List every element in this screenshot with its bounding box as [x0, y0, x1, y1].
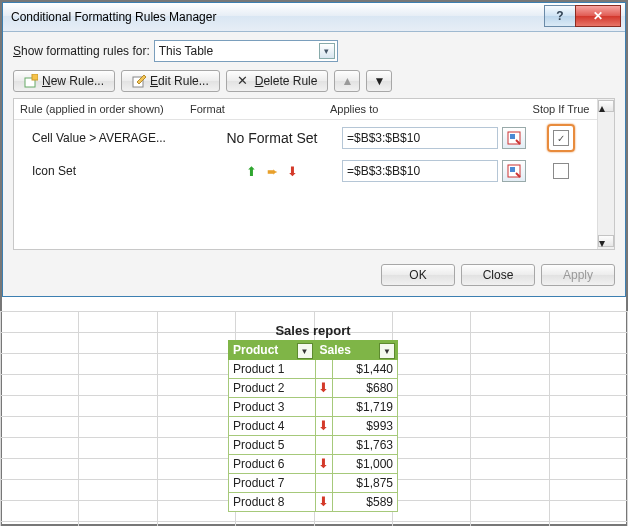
- arrow-down-icon: ⬇: [287, 165, 298, 178]
- col-stop-header: Stop If True: [526, 103, 596, 115]
- apply-button[interactable]: Apply: [541, 264, 615, 286]
- table-row[interactable]: Product 2⬇$680: [229, 379, 398, 398]
- rules-panel: Rule (applied in order shown) Format App…: [13, 98, 615, 250]
- cell-product[interactable]: Product 2: [229, 379, 316, 398]
- arrow-down-icon: ⬇: [318, 495, 329, 508]
- chevron-down-icon: ▾: [319, 43, 335, 59]
- new-rule-icon: [24, 74, 38, 88]
- cell-icon: [315, 398, 332, 417]
- help-button[interactable]: ?: [544, 5, 576, 27]
- table-row[interactable]: Product 5$1,763: [229, 436, 398, 455]
- cell-icon: [315, 360, 332, 379]
- rule-name: Icon Set: [20, 164, 202, 178]
- col-format-header: Format: [190, 103, 330, 115]
- header-product[interactable]: Product▼: [229, 341, 316, 360]
- col-applies-header: Applies to: [330, 103, 526, 115]
- cell-sales[interactable]: $1,875: [332, 474, 398, 493]
- table-row[interactable]: Product 6⬇$1,000: [229, 455, 398, 474]
- cell-product[interactable]: Product 6: [229, 455, 316, 474]
- edit-rule-icon: [132, 74, 146, 88]
- worksheet[interactable]: document.write(Array.from({length:12},()…: [0, 311, 628, 526]
- range-picker-button[interactable]: [502, 160, 526, 182]
- cell-icon: [315, 474, 332, 493]
- show-for-value: This Table: [159, 44, 213, 58]
- cell-sales[interactable]: $680: [332, 379, 398, 398]
- up-icon: ▲: [342, 74, 354, 88]
- cell-icon: ⬇: [315, 379, 332, 398]
- cell-product[interactable]: Product 5: [229, 436, 316, 455]
- cell-sales[interactable]: $993: [332, 417, 398, 436]
- cell-sales[interactable]: $1,719: [332, 398, 398, 417]
- cell-product[interactable]: Product 7: [229, 474, 316, 493]
- arrow-down-icon: ⬇: [318, 381, 329, 394]
- cell-sales[interactable]: $1,000: [332, 455, 398, 474]
- rule-row[interactable]: Icon Set ⬆ ➨ ⬇ =$B$3:$B$10: [14, 156, 614, 186]
- show-for-select[interactable]: This Table ▾: [154, 40, 338, 62]
- arrow-down-icon: ⬇: [318, 457, 329, 470]
- svg-rect-6: [510, 167, 515, 172]
- cell-product[interactable]: Product 8: [229, 493, 316, 512]
- titlebar[interactable]: Conditional Formatting Rules Manager ? ✕: [3, 3, 625, 32]
- table-row[interactable]: Product 4⬇$993: [229, 417, 398, 436]
- scrollbar[interactable]: ▴ ▾: [597, 99, 614, 249]
- arrow-right-icon: ➨: [267, 165, 278, 178]
- table-row[interactable]: Product 8⬇$589: [229, 493, 398, 512]
- move-down-button[interactable]: ▼: [366, 70, 392, 92]
- svg-rect-1: [32, 74, 38, 80]
- stop-if-true-checkbox[interactable]: [553, 163, 569, 179]
- cell-icon: ⬇: [315, 493, 332, 512]
- table-row[interactable]: Product 1$1,440: [229, 360, 398, 379]
- cell-product[interactable]: Product 4: [229, 417, 316, 436]
- delete-icon: ✕: [237, 74, 251, 88]
- down-icon: ▼: [374, 74, 386, 88]
- table-row[interactable]: Product 3$1,719: [229, 398, 398, 417]
- ok-button[interactable]: OK: [381, 264, 455, 286]
- cell-sales[interactable]: $589: [332, 493, 398, 512]
- stop-if-true-highlight: ✓: [547, 124, 575, 152]
- arrow-up-icon: ⬆: [246, 165, 257, 178]
- arrow-down-icon: ⬇: [318, 419, 329, 432]
- header-sales[interactable]: Sales▼: [315, 341, 398, 360]
- new-rule-button[interactable]: New Rule...: [13, 70, 115, 92]
- cell-product[interactable]: Product 1: [229, 360, 316, 379]
- move-up-button[interactable]: ▲: [334, 70, 360, 92]
- svg-rect-4: [510, 134, 515, 139]
- report-table: Product▼ Sales▼ Product 1$1,440Product 2…: [228, 340, 398, 512]
- cell-product[interactable]: Product 3: [229, 398, 316, 417]
- filter-icon[interactable]: ▼: [297, 343, 313, 359]
- close-window-button[interactable]: ✕: [575, 5, 621, 27]
- edit-rule-button[interactable]: Edit Rule...: [121, 70, 220, 92]
- rule-format: ⬆ ➨ ⬇: [202, 163, 342, 179]
- dialog-title: Conditional Formatting Rules Manager: [11, 10, 216, 24]
- cell-icon: ⬇: [315, 417, 332, 436]
- applies-to-input[interactable]: =$B$3:$B$10: [342, 127, 498, 149]
- stop-if-true-checkbox[interactable]: ✓: [553, 130, 569, 146]
- cell-icon: [315, 436, 332, 455]
- filter-icon[interactable]: ▼: [379, 343, 395, 359]
- cell-sales[interactable]: $1,440: [332, 360, 398, 379]
- scroll-down-icon: ▾: [598, 235, 614, 247]
- rules-manager-dialog: Conditional Formatting Rules Manager ? ✕…: [2, 2, 626, 297]
- cell-icon: ⬇: [315, 455, 332, 474]
- table-row[interactable]: Product 7$1,875: [229, 474, 398, 493]
- range-picker-button[interactable]: [502, 127, 526, 149]
- applies-to-input[interactable]: =$B$3:$B$10: [342, 160, 498, 182]
- show-for-label: Show formatting rules for:: [13, 44, 150, 58]
- rule-row[interactable]: Cell Value > AVERAGE... No Format Set =$…: [14, 120, 614, 156]
- scroll-up-icon: ▴: [598, 100, 614, 112]
- report-title: Sales report: [228, 323, 398, 338]
- rule-name: Cell Value > AVERAGE...: [20, 131, 202, 145]
- close-button[interactable]: Close: [461, 264, 535, 286]
- delete-rule-button[interactable]: ✕ Delete Rule: [226, 70, 329, 92]
- rule-format: No Format Set: [202, 130, 342, 146]
- col-rule-header: Rule (applied in order shown): [20, 103, 190, 115]
- cell-sales[interactable]: $1,763: [332, 436, 398, 455]
